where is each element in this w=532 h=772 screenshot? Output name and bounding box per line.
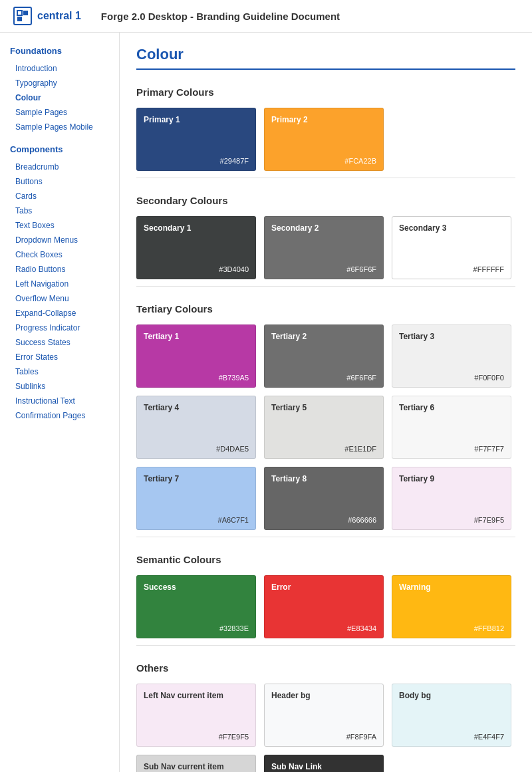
tertiary-1-swatch: Tertiary 1 #B739A5 xyxy=(136,324,256,388)
tertiary-7-swatch: Tertiary 7 #A6C7F1 xyxy=(136,467,256,530)
body-bg-swatch: Body bg #E4F4F7 xyxy=(392,684,511,747)
success-swatch: Success #32833E xyxy=(136,575,256,638)
error-swatch: Error #E83434 xyxy=(264,575,384,638)
sidebar-item-instructional-text[interactable]: Instructional Text xyxy=(10,394,109,408)
semantic-colours-title: Semantic Colours xyxy=(136,554,515,565)
sidebar-item-tabs[interactable]: Tabs xyxy=(10,203,109,218)
tertiary-3-swatch: Tertiary 3 #F0F0F0 xyxy=(392,324,511,388)
divider-tertiary xyxy=(136,537,515,537)
primary-colours-grid: Primary 1 #29487F Primary 2 #FCA22B xyxy=(136,108,515,171)
tertiary-colours-grid: Tertiary 1 #B739A5 Tertiary 2 #6F6F6F Te… xyxy=(136,324,515,530)
tertiary-4-swatch: Tertiary 4 #D4DAE5 xyxy=(136,396,256,459)
secondary-colours-grid: Secondary 1 #3D4040 Secondary 2 #6F6F6F … xyxy=(136,216,515,279)
tertiary-8-swatch: Tertiary 8 #666666 xyxy=(264,467,384,530)
tertiary-colours-title: Tertiary Colours xyxy=(136,303,515,315)
divider-primary xyxy=(136,178,515,178)
app-header: central 1 Forge 2.0 Desktop - Branding G… xyxy=(0,0,532,33)
primary-colours-title: Primary Colours xyxy=(136,86,515,98)
left-nav-current-swatch: Left Nav current item #F7E9F5 xyxy=(136,684,256,747)
divider-semantic xyxy=(136,645,515,646)
logo-text: central 1 xyxy=(37,10,81,22)
sidebar-item-radio-buttons[interactable]: Radio Buttons xyxy=(10,262,109,277)
divider-secondary xyxy=(136,286,515,287)
tertiary-5-swatch: Tertiary 5 #E1E1DF xyxy=(264,396,384,459)
sidebar-item-overflow-menu[interactable]: Overflow Menu xyxy=(10,291,109,306)
tertiary-6-swatch: Tertiary 6 #F7F7F7 xyxy=(392,396,511,459)
foundations-section-title: Foundations xyxy=(10,46,109,56)
sidebar-item-sample-pages[interactable]: Sample Pages xyxy=(10,105,109,120)
logo-icon xyxy=(13,7,32,25)
sidebar-item-success-states[interactable]: Success States xyxy=(10,335,109,350)
svg-rect-1 xyxy=(23,11,28,15)
sidebar-item-text-boxes[interactable]: Text Boxes xyxy=(10,218,109,233)
tertiary-9-swatch: Tertiary 9 #F7E9F5 xyxy=(392,467,511,530)
warning-swatch: Warning #FFB812 xyxy=(392,575,511,638)
sidebar-item-sample-pages-mobile[interactable]: Sample Pages Mobile xyxy=(10,120,109,134)
header-title: Forge 2.0 Desktop - Branding Guideline D… xyxy=(101,11,340,22)
sidebar-item-buttons[interactable]: Buttons xyxy=(10,174,109,189)
tertiary-2-swatch: Tertiary 2 #6F6F6F xyxy=(264,324,384,388)
sidebar-item-sublinks[interactable]: Sublinks xyxy=(10,379,109,394)
sidebar-item-dropdown-menus[interactable]: Dropdown Menus xyxy=(10,233,109,247)
sidebar-item-cards[interactable]: Cards xyxy=(10,189,109,203)
primary-1-swatch: Primary 1 #29487F xyxy=(136,108,256,171)
svg-rect-0 xyxy=(17,11,22,15)
main-content: Colour Primary Colours Primary 1 #29487F… xyxy=(120,33,532,772)
sidebar-item-left-navigation[interactable]: Left Navigation xyxy=(10,277,109,291)
sidebar-item-colour[interactable]: Colour xyxy=(10,90,109,105)
sidebar-item-introduction[interactable]: Introduction xyxy=(10,61,109,76)
sidebar-item-expand-collapse[interactable]: Expand-Collapse xyxy=(10,306,109,321)
sidebar-item-tables[interactable]: Tables xyxy=(10,364,109,379)
others-title: Others xyxy=(136,662,515,674)
sub-nav-current-swatch: Sub Nav current item #D6D6D6 xyxy=(136,755,256,772)
svg-rect-2 xyxy=(17,17,22,21)
logo: central 1 xyxy=(13,7,81,25)
sidebar-item-typography[interactable]: Typography xyxy=(10,76,109,90)
sub-nav-link-swatch: Sub Nav Link #323232 xyxy=(264,755,384,772)
sidebar-item-breadcrumb[interactable]: Breadcrumb xyxy=(10,160,109,174)
secondary-2-swatch: Secondary 2 #6F6F6F xyxy=(264,216,384,279)
sidebar-item-error-states[interactable]: Error States xyxy=(10,350,109,364)
header-bg-swatch: Header bg #F8F9FA xyxy=(264,684,384,747)
sidebar: Foundations Introduction Typography Colo… xyxy=(0,33,120,772)
page-title: Colour xyxy=(136,46,515,70)
others-colours-grid: Left Nav current item #F7E9F5 Header bg … xyxy=(136,684,515,772)
semantic-colours-grid: Success #32833E Error #E83434 Warning #F… xyxy=(136,575,515,638)
secondary-colours-title: Secondary Colours xyxy=(136,195,515,206)
sidebar-item-confirmation-pages[interactable]: Confirmation Pages xyxy=(10,408,109,423)
primary-2-swatch: Primary 2 #FCA22B xyxy=(264,108,384,171)
secondary-3-swatch: Secondary 3 #FFFFFF xyxy=(392,216,511,279)
sidebar-item-progress-indicator[interactable]: Progress Indicator xyxy=(10,321,109,335)
components-section-title: Components xyxy=(10,144,109,154)
secondary-1-swatch: Secondary 1 #3D4040 xyxy=(136,216,256,279)
sidebar-item-check-boxes[interactable]: Check Boxes xyxy=(10,247,109,262)
